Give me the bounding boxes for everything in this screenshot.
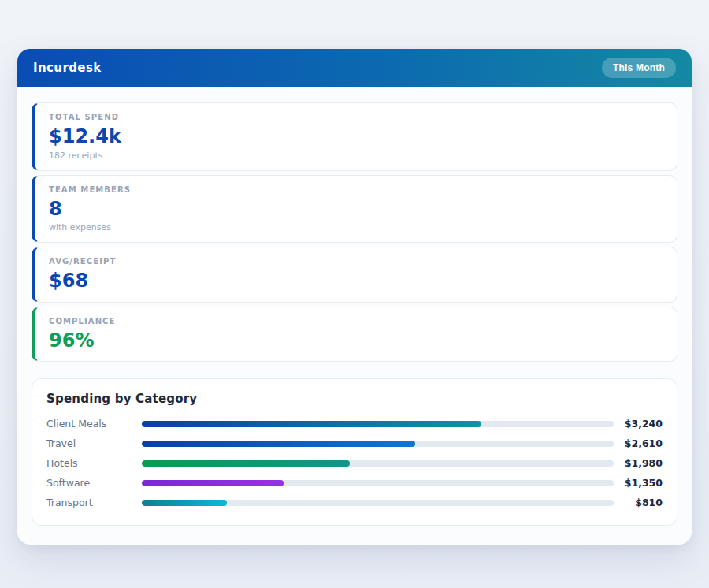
bar-value: $2,610: [614, 437, 663, 449]
bar-label: Hotels: [46, 457, 142, 469]
dashboard-content: TOTAL SPEND $12.4k 182 receipts TEAM MEM…: [17, 87, 692, 545]
bar-label: Travel: [46, 437, 142, 449]
stat-card: COMPLIANCE 96%: [32, 307, 677, 363]
app-header: Incurdesk This Month: [17, 49, 692, 87]
stat-value: $68: [49, 270, 663, 292]
period-badge[interactable]: This Month: [602, 58, 676, 78]
bar-row: Client Meals $3,240: [46, 414, 663, 434]
bar-track: [142, 421, 614, 427]
bar-value: $1,980: [614, 457, 663, 469]
bar-value: $3,240: [614, 418, 663, 430]
bar-row: Transport $810: [46, 493, 663, 512]
category-bar-list: Client Meals $3,240 Travel $2,610 Hotels…: [46, 414, 663, 512]
stat-sub: 182 receipts: [49, 151, 663, 161]
stat-value: 96%: [49, 330, 663, 352]
app-title: Incurdesk: [33, 61, 102, 75]
bar-fill: [142, 421, 481, 427]
stat-card-list: TOTAL SPEND $12.4k 182 receipts TEAM MEM…: [32, 102, 677, 362]
bar-row: Hotels $1,980: [46, 453, 663, 473]
bar-value: $1,350: [614, 477, 663, 489]
stat-value: $12.4k: [49, 126, 663, 148]
bar-label: Transport: [46, 497, 142, 508]
stat-card: TOTAL SPEND $12.4k 182 receipts: [32, 102, 677, 171]
stat-value: 8: [49, 199, 663, 221]
bar-row: Software $1,350: [46, 473, 663, 493]
bar-label: Client Meals: [46, 418, 142, 430]
stat-label: COMPLIANCE: [49, 317, 663, 326]
stat-label: TEAM MEMBERS: [49, 185, 663, 194]
bar-fill: [142, 441, 415, 447]
stat-sub: with expenses: [49, 222, 663, 233]
stat-label: TOTAL SPEND: [49, 113, 663, 121]
bar-fill: [142, 480, 284, 486]
bar-row: Travel $2,610: [46, 434, 663, 453]
bar-fill: [142, 500, 227, 506]
spending-title: Spending by Category: [46, 392, 663, 406]
dashboard-card: Incurdesk This Month TOTAL SPEND $12.4k …: [17, 49, 692, 545]
bar-track: [142, 500, 614, 506]
bar-track: [142, 460, 614, 467]
bar-track: [142, 480, 614, 486]
stat-card: TEAM MEMBERS 8 with expenses: [32, 175, 677, 244]
bar-track: [142, 441, 614, 447]
bar-value: $810: [614, 497, 663, 508]
stat-card: AVG/RECEIPT $68: [32, 247, 677, 303]
stat-label: AVG/RECEIPT: [49, 257, 663, 266]
spending-card: Spending by Category Client Meals $3,240…: [32, 378, 677, 526]
bar-fill: [142, 460, 350, 467]
bar-label: Software: [46, 477, 142, 489]
